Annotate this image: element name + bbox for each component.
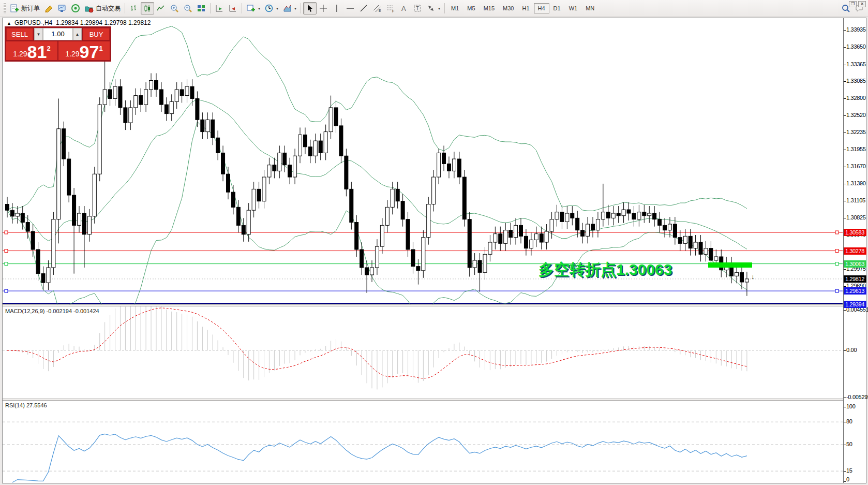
- vertical-line-icon: [332, 4, 341, 13]
- collapse-arrow-icon[interactable]: ▲: [7, 21, 11, 26]
- candle-body: [6, 204, 9, 211]
- candle-body: [26, 223, 29, 231]
- template-dropdown[interactable]: ▾: [280, 2, 298, 14]
- main-chart-pane[interactable]: ▲GBPUSD-,H4 1.29834 1.29894 1.29798 1.29…: [3, 18, 843, 304]
- trendline-tool-button[interactable]: [357, 2, 370, 14]
- line-handle[interactable]: [5, 249, 8, 253]
- timeframe-mn-button[interactable]: MN: [581, 3, 598, 13]
- candle-body: [149, 80, 153, 89]
- chart-window: ▲GBPUSD-,H4 1.29834 1.29894 1.29798 1.29…: [2, 18, 866, 483]
- candlestick-chart-button[interactable]: [141, 2, 154, 14]
- line-handle[interactable]: [5, 231, 8, 234]
- timeframe-d1-button[interactable]: D1: [549, 3, 565, 13]
- rsi-tick-label: 15: [846, 467, 852, 474]
- candle-body: [350, 189, 353, 222]
- line-handle[interactable]: [835, 289, 839, 292]
- price-badge: 1.30583: [844, 229, 866, 236]
- svg-text:E: E: [379, 9, 381, 12]
- volume-decrease-button[interactable]: ▼: [34, 28, 43, 40]
- macd-pane[interactable]: MACD(12,26,9) -0.002194 -0.001424: [3, 306, 843, 399]
- price-tick-label: 1.33935: [846, 26, 866, 33]
- timeframe-h1-button[interactable]: H1: [518, 3, 533, 13]
- sell-button[interactable]: SELL: [6, 28, 33, 40]
- candle-body: [31, 231, 35, 249]
- restore-window-button[interactable]: ❐: [849, 1, 857, 7]
- horizontal-line-tool-button[interactable]: [343, 2, 357, 14]
- axis-tick-mark: [844, 133, 846, 133]
- text-tool-button[interactable]: A: [397, 2, 411, 14]
- crosshair-tool-button[interactable]: [317, 2, 330, 14]
- axis-tick-mark: [844, 81, 846, 82]
- zoom-in-button[interactable]: [168, 2, 181, 14]
- candle-body: [21, 213, 24, 222]
- signals-button[interactable]: [69, 2, 82, 14]
- text-icon: A: [399, 4, 409, 13]
- candle-body: [560, 212, 564, 222]
- candlestick-chart[interactable]: [3, 18, 843, 304]
- timeframe-m1-button[interactable]: M1: [447, 3, 463, 13]
- new-order-button[interactable]: 新订单: [8, 2, 42, 14]
- sell-price[interactable]: 1.29 81 2: [6, 41, 57, 60]
- line-handle[interactable]: [835, 262, 839, 266]
- timeframe-m30-button[interactable]: M30: [499, 3, 518, 13]
- candle-body: [416, 267, 420, 271]
- candle-body: [637, 212, 641, 219]
- timeframe-m5-button[interactable]: M5: [463, 3, 479, 13]
- market-watch-button[interactable]: [55, 2, 69, 14]
- bar-chart-icon: [129, 4, 139, 13]
- candle-body: [678, 238, 682, 244]
- rsi-pane[interactable]: RSI(14) 27.5546: [3, 401, 843, 483]
- period-dropdown[interactable]: ▾: [262, 2, 280, 14]
- arrows-dropdown[interactable]: ▾: [424, 2, 442, 14]
- candle-body: [67, 159, 71, 195]
- line-handle[interactable]: [835, 249, 839, 253]
- candle-body: [93, 174, 96, 216]
- candle-body: [226, 174, 230, 192]
- candle-body: [509, 230, 513, 238]
- candle-body: [452, 159, 456, 171]
- text-label-tool-button[interactable]: T: [411, 2, 424, 14]
- line-handle[interactable]: [835, 231, 839, 234]
- buy-price[interactable]: 1.29 97 1: [58, 41, 110, 60]
- candle-body: [422, 238, 425, 271]
- signals-icon: [71, 4, 80, 13]
- channel-tool-button[interactable]: E: [370, 2, 384, 14]
- line-handle[interactable]: [5, 262, 8, 266]
- volume-increase-button[interactable]: ▲: [73, 28, 82, 40]
- cursor-tool-button[interactable]: [303, 2, 317, 14]
- timeframe-w1-button[interactable]: W1: [565, 3, 582, 13]
- zoom-out-button[interactable]: [181, 2, 194, 14]
- buy-price-main: 97: [80, 44, 99, 60]
- new-chart-dropdown[interactable]: ▾: [244, 2, 262, 14]
- candle-body: [62, 129, 66, 159]
- candle-body: [596, 219, 600, 230]
- buy-button[interactable]: BUY: [83, 28, 110, 40]
- close-window-button[interactable]: ✕: [858, 1, 866, 7]
- timeframe-h4-button[interactable]: H4: [534, 3, 549, 13]
- candle-body: [87, 216, 91, 234]
- candle-body: [313, 141, 317, 156]
- candle-body: [550, 219, 553, 231]
- axis-tick-mark: [844, 65, 846, 65]
- candle-body: [190, 86, 194, 98]
- chart-shift-button[interactable]: [226, 2, 240, 14]
- autotrading-button[interactable]: 自动交易: [82, 2, 123, 14]
- candle-body: [411, 249, 415, 267]
- svg-text:F: F: [392, 9, 394, 13]
- line-chart-button[interactable]: [154, 2, 168, 14]
- fibonacci-tool-button[interactable]: F: [384, 2, 397, 14]
- candlestick-chart-icon: [143, 4, 152, 13]
- tile-windows-button[interactable]: [194, 2, 208, 14]
- candle-body: [704, 248, 708, 255]
- timeframe-m15-button[interactable]: M15: [480, 3, 499, 13]
- volume-input[interactable]: 1.00: [43, 28, 73, 40]
- candle-body: [10, 210, 14, 216]
- vertical-line-tool-button[interactable]: [330, 2, 343, 14]
- bar-chart-button[interactable]: [127, 2, 141, 14]
- metaeditor-button[interactable]: [42, 2, 55, 14]
- line-handle[interactable]: [5, 289, 8, 292]
- toolbar-grip[interactable]: [4, 3, 6, 14]
- price-axis[interactable]: 1.339351.336501.333651.330851.328001.325…: [843, 18, 866, 483]
- candle-body: [278, 153, 281, 171]
- auto-scroll-button[interactable]: [213, 2, 226, 14]
